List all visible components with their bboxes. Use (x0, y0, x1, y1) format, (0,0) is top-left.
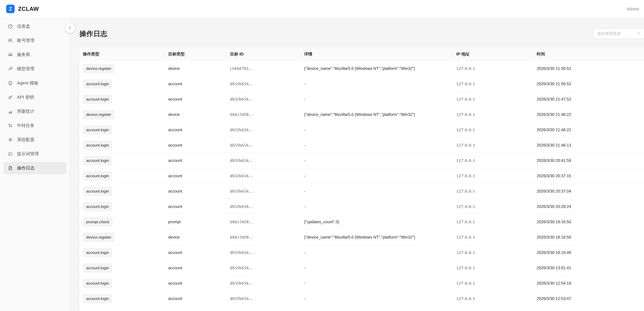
sidebar-item-label: 提示词管理 (17, 151, 39, 157)
table-row: account.loginaccountdb5fb656...-127.0.0.… (80, 245, 644, 260)
table-row: account.loginaccountdb5fb656...-127.0.0.… (80, 168, 644, 184)
target-id-cell: db5fb656... (227, 296, 301, 301)
cloud-server-icon (8, 52, 13, 58)
page-title: 操作日志 (80, 29, 107, 39)
admin-user-menu[interactable]: Admin (627, 7, 639, 12)
target-id-cell: db5fb656... (227, 265, 301, 270)
brand[interactable]: Z ZCLAW (6, 5, 39, 13)
detail-cell: - (301, 296, 453, 301)
ip-cell: 127.0.0.1 (453, 296, 533, 301)
target-type-cell: account (165, 204, 227, 209)
target-id-cell: db5fb656... (227, 189, 301, 194)
detail-cell: - (301, 128, 453, 132)
op-type-tag: account.login (83, 186, 112, 196)
target-type-cell: account (165, 174, 227, 178)
op-type-tag: account.login (83, 95, 112, 104)
sidebar-item-providers[interactable]: 服务商 (3, 49, 66, 61)
sidebar-item-label: Agent 模板 (17, 80, 38, 86)
target-type-cell: account (165, 250, 227, 255)
brand-name: ZCLAW (18, 6, 39, 12)
table-row: prompt.checkprompt68d150f8...{"updates_c… (80, 214, 644, 230)
chevron-left-icon (68, 26, 72, 30)
detail-cell: - (301, 281, 453, 286)
sidebar-item-operation-logs[interactable]: 操作日志 (3, 162, 66, 174)
op-type-tag: device.register (83, 110, 115, 119)
operation-type-filter-select[interactable]: 操作类型筛选 (593, 29, 644, 39)
sidebar-item-usage-stats[interactable]: 用量统计 (3, 105, 66, 118)
target-type-cell: device (165, 112, 227, 117)
sidebar-item-label: 账号管理 (17, 38, 34, 44)
table-row: account.loginaccountdb5fb656...-127.0.0.… (80, 138, 644, 153)
op-type-cell: account.login (80, 79, 165, 89)
sidebar-item-models[interactable]: 模型管理 (3, 63, 66, 75)
sidebar-item-label: 操作日志 (17, 165, 34, 171)
target-id-cell: db5fb656... (227, 82, 301, 86)
op-type-cell: device.register (80, 110, 165, 119)
target-id-cell: db5fb656... (227, 281, 301, 286)
op-type-cell: account.login (80, 171, 165, 181)
target-type-cell: account (165, 281, 227, 286)
document-icon (8, 165, 13, 171)
op-type-tag: account.login (83, 278, 112, 288)
time-cell: 2026/3/30 21:46:13 (533, 143, 644, 148)
detail-cell: - (301, 250, 453, 255)
op-type-cell: account.login (80, 140, 165, 150)
sidebar-item-prompts[interactable]: 提示词管理 (3, 148, 66, 160)
table-header-row: 操作类型目标类型目标 ID详情IP 地址时间 (80, 47, 644, 61)
target-id-cell: db5fb656... (227, 143, 301, 148)
sidebar-item-relay-tasks[interactable]: 中转任务 (3, 119, 66, 132)
table-row: account.loginaccountdb5fb656...-127.0.0.… (80, 76, 644, 92)
op-type-tag: account.login (83, 263, 112, 273)
detail-cell: - (301, 158, 453, 163)
sidebar-item-agent-templates[interactable]: Agent 模板 (3, 77, 66, 89)
sidebar: 仪表盘账号管理服务商模型管理Agent 模板API 密钥用量统计中转任务系统配置… (0, 18, 70, 311)
key-icon (8, 94, 13, 100)
target-id-cell: cf49d783... (227, 66, 301, 71)
sidebar-item-label: 系统配置 (17, 137, 34, 143)
time-cell: 2026/3/30 21:56:52 (533, 66, 644, 71)
table-row: device.registerdevice68d150f8...{"device… (80, 107, 644, 122)
target-id-cell: db5fb656... (227, 204, 301, 209)
time-cell: 2026/3/30 18:16:50 (533, 220, 644, 224)
op-type-tag: device.register (83, 232, 115, 242)
ip-cell: 127.0.0.1 (453, 189, 533, 194)
time-cell: 2026/3/30 21:47:52 (533, 97, 644, 102)
detail-cell: - (301, 82, 453, 86)
top-header: Z ZCLAW Admin (0, 0, 644, 18)
sidebar-collapse-button[interactable] (65, 23, 75, 33)
detail-cell: {"device_name":"Mozilla/5.0 (Windows NT"… (301, 66, 453, 71)
sidebar-item-api-keys[interactable]: API 密钥 (3, 91, 66, 103)
column-header: 时间 (533, 47, 644, 61)
op-type-tag: account.login (83, 294, 112, 303)
op-type-tag: account.login (83, 248, 112, 257)
target-type-cell: prompt (165, 220, 227, 224)
table-body: device.registerdevicecf49d783...{"device… (80, 61, 644, 306)
sidebar-item-system-config[interactable]: 系统配置 (3, 134, 66, 146)
op-type-cell: account.login (80, 125, 165, 135)
op-type-cell: account.login (80, 156, 165, 165)
table-row: account.loginaccountdb5fb656...-127.0.0.… (80, 291, 644, 306)
time-cell: 2026/3/30 12:53:47 (533, 296, 644, 301)
target-type-cell: account (165, 128, 227, 132)
detail-cell: - (301, 97, 453, 102)
ip-cell: 127.0.0.1 (453, 82, 533, 86)
op-type-tag: account.login (83, 125, 112, 135)
target-id-cell: db5fb656... (227, 158, 301, 163)
target-type-cell: account (165, 296, 227, 301)
op-type-tag: account.login (83, 79, 112, 89)
target-type-cell: account (165, 143, 227, 148)
plug-icon (8, 66, 13, 72)
op-type-tag: account.login (83, 171, 112, 181)
sidebar-menu: 仪表盘账号管理服务商模型管理Agent 模板API 密钥用量统计中转任务系统配置… (3, 20, 66, 174)
robot-icon (8, 80, 13, 86)
detail-cell: - (301, 174, 453, 178)
target-type-cell: account (165, 158, 227, 163)
sidebar-item-accounts[interactable]: 账号管理 (3, 34, 66, 47)
column-header: 目标 ID (227, 47, 301, 61)
sidebar-item-dashboard[interactable]: 仪表盘 (3, 20, 66, 33)
target-id-cell: db5fb656... (227, 173, 301, 178)
op-type-tag: account.login (83, 140, 112, 150)
time-cell: 2026/3/30 12:54:19 (533, 281, 644, 286)
target-id-cell: db5fb656... (227, 250, 301, 255)
sidebar-item-label: 用量统计 (17, 108, 34, 114)
